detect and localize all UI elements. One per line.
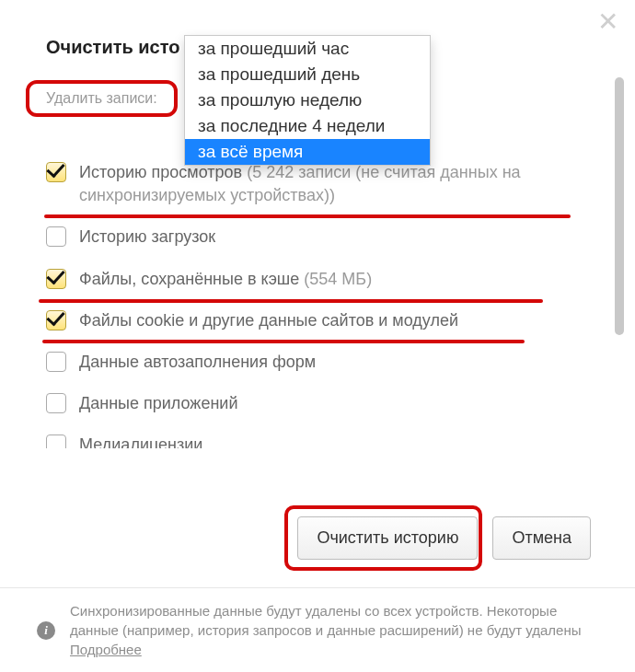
checkbox-row-downloads: Историю загрузок	[46, 216, 607, 258]
checkbox-label: Медиалицензии	[79, 434, 202, 448]
dialog-body: Очистить исто за прошедший час за прошед…	[0, 0, 635, 589]
dropdown-option-4weeks[interactable]: за последние 4 недели	[185, 113, 430, 139]
checkbox-label: Данные автозаполнения форм	[79, 351, 316, 374]
dialog-buttons: Очистить историю Отмена	[297, 516, 591, 560]
dropdown-option-hour[interactable]: за прошедший час	[185, 36, 430, 62]
checkbox-cache[interactable]	[46, 269, 66, 289]
footer: i Синхронизированные данные будут удален…	[0, 587, 635, 672]
dropdown-option-day[interactable]: за прошедший день	[185, 62, 430, 87]
checkbox-row-media: Медиалицензии	[46, 424, 607, 448]
checkbox-downloads[interactable]	[46, 226, 66, 247]
checkbox-appdata[interactable]	[46, 393, 66, 413]
checkbox-row-autofill: Данные автозаполнения форм	[46, 342, 607, 383]
checkbox-autofill[interactable]	[46, 352, 66, 372]
checkbox-row-appdata: Данные приложений	[46, 383, 607, 424]
footer-text: Синхронизированные данные будут удалены …	[70, 601, 602, 659]
checkbox-label: Историю просмотров (5 242 записи (не счи…	[79, 161, 607, 207]
checkbox-row-cache: Файлы, сохранённые в кэше (554 МБ)	[46, 259, 607, 300]
delete-records-label: Удалить записи:	[46, 90, 157, 106]
checkbox-row-cookies: Файлы cookie и другие данные сайтов и мо…	[46, 300, 607, 342]
info-icon: i	[37, 621, 55, 640]
checkbox-cookies[interactable]	[46, 310, 66, 330]
checkbox-views-history[interactable]	[46, 162, 66, 182]
dropdown-option-week[interactable]: за прошлую неделю	[185, 87, 430, 113]
clear-history-button[interactable]: Очистить историю	[297, 516, 478, 560]
scrollbar-thumb[interactable]	[615, 77, 624, 335]
dropdown-option-alltime[interactable]: за всё время	[185, 139, 430, 165]
checkbox-list: Историю просмотров (5 242 записи (не счи…	[46, 152, 607, 448]
cancel-button[interactable]: Отмена	[492, 516, 591, 560]
time-range-dropdown[interactable]: за прошедший час за прошедший день за пр…	[184, 35, 431, 166]
checkbox-label: Данные приложений	[79, 392, 237, 415]
footer-more-link[interactable]: Подробнее	[70, 642, 142, 657]
checkbox-media[interactable]	[46, 434, 66, 448]
checkbox-label: Файлы, сохранённые в кэше (554 МБ)	[79, 268, 372, 291]
checkbox-label: Файлы cookie и другие данные сайтов и мо…	[79, 309, 458, 332]
checkbox-label: Историю загрузок	[79, 226, 215, 249]
scrollbar[interactable]	[615, 77, 624, 464]
